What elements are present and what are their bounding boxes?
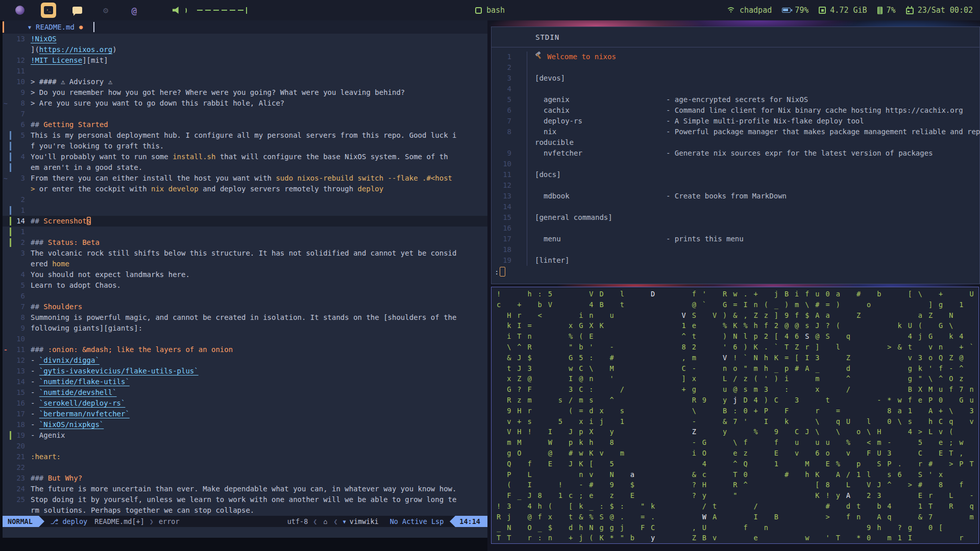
editor-line[interactable]: 13- `gytis-ivaskevicius/flake-utils-plus… (3, 366, 487, 377)
matrix-row: TT r:n +j(K*"b y ZBv e w 'T *0 m1I r Z x… (497, 533, 978, 543)
matrix-row: G?F 3C: / +g u@sm3 : x / BXMuf7n Ix RHc (497, 384, 978, 395)
editor-line[interactable]: 10 (3, 334, 487, 344)
editor-line[interactable]: 21:heart: (3, 452, 487, 462)
editor-line[interactable]: 17- `berberman/nvfetcher` (3, 409, 487, 419)
editor-line[interactable]: 12- `divnix/digga` (3, 355, 487, 366)
matrix-row: Hr < in u VS V)&,Zz]9f$Aa Z aZ N m*TCn[ … (497, 310, 978, 321)
chevron-right-icon: ❯ (150, 517, 154, 525)
matrix-row: Q f E JK[ 5 4 ^Q 1 M E% p SP. r# >PT Z (497, 459, 978, 469)
pager-prompt[interactable]: : (492, 267, 979, 277)
chat-launcher[interactable] (69, 3, 85, 18)
memory-usage: 4.72 GiB (830, 6, 867, 15)
volume-slider-handle[interactable] (246, 7, 247, 14)
matrix-row: !3 4h( [k_:$: "k /t / # dt b4 1T R q ] p… (497, 501, 978, 512)
clock-label: 23/Sat 00:02 (918, 6, 973, 15)
editor-line[interactable]: 4You'll probably want to run some instal… (3, 152, 487, 162)
editor-line[interactable]: 7 (3, 109, 487, 119)
pager-lines[interactable]: 1Welcome to nixos23[devos]45agenix- age-… (492, 47, 979, 266)
filetype-label: vimwiki (350, 517, 379, 525)
neovim-editor-window[interactable]: ▼ README.md ● 13!NixOS](https://nixos.or… (3, 20, 487, 538)
settings-launcher[interactable]: ⚙ (98, 3, 113, 18)
editor-line[interactable]: 2### Status: Beta (3, 237, 487, 248)
taskbar-apps: ›_ ⚙ @ (0, 3, 247, 18)
pager-line: 4 (492, 84, 979, 94)
editor-line[interactable]: > or enter the cockpit with nix develop … (3, 184, 487, 194)
matrix-row: &J$ G5: # ,m V!`NhK=[I3 Z v3oQZ@ wYL 9] … (497, 353, 978, 363)
editor-line[interactable]: 1 (3, 227, 487, 237)
hammer-icon (535, 52, 543, 59)
editor-line[interactable]: 20 (3, 441, 487, 452)
editor-line[interactable]: ~3From there you can either install the … (3, 173, 487, 184)
editor-line[interactable]: rm solutions. Perhaps together we can st… (3, 505, 487, 516)
editor-line[interactable]: 19- Agenix (3, 430, 487, 441)
volume-slider[interactable] (197, 7, 247, 14)
matrix-row: VH! I JpX y Z y % 9 CJ\ \ o\H 4>Lv( ( (497, 427, 978, 437)
editor-line[interactable]: 2 (3, 194, 487, 205)
modified-dot-icon: ● (79, 23, 83, 31)
terminal-pager-window[interactable]: STDIN 1Welcome to nixos23[devos]45agenix… (491, 27, 980, 284)
statusline-clock: 14:14 (455, 516, 487, 527)
matrix-row: v+s 5 xij 1 - &7' I k \ qU l 0\s hCq v c… (497, 416, 978, 427)
editor-line[interactable]: 11 (3, 66, 487, 77)
volume-control[interactable] (173, 7, 247, 14)
editor-line[interactable]: 14## Screenshots (3, 216, 487, 227)
editor-line[interactable]: 6 (3, 291, 487, 302)
editor-line[interactable]: 24The future is more uncertain than ever… (3, 484, 487, 494)
matrix-row: Rzm s/ms ^ R9 yjD4)C 3 t -*wfeP0 Gu L^F (497, 395, 978, 406)
matrix-row: 9Hr (=dx s \ B:0+P F r = 8a1 A+\ 3 _vm (497, 406, 978, 416)
editor-line[interactable]: em aren't in a good state. (3, 162, 487, 173)
editor-line[interactable]: 5This is my personal deployment hub. I c… (3, 130, 487, 141)
terminal-launcher-active[interactable]: ›_ (41, 3, 56, 18)
speaker-wave-icon (183, 7, 187, 14)
matrix-row: _N O_$ dhNggj FC ,U f n 9h ?g 0[ J Tn (497, 522, 978, 533)
gear-icon: ⚙ (103, 5, 108, 15)
editor-line[interactable]: 25Stop doing it by yourself, unless we l… (3, 494, 487, 505)
editor-line[interactable]: 15- `numtide/devshell` (3, 387, 487, 398)
editor-line[interactable]: 1 (3, 205, 487, 216)
editor-line[interactable]: 22 (3, 462, 487, 473)
terminal-icon: ›_ (44, 6, 53, 14)
command-line[interactable] (3, 527, 487, 538)
editor-line[interactable]: ered home (3, 259, 487, 269)
editor-line[interactable]: 6## Getting Started (3, 119, 487, 130)
editor-line[interactable]: 8Summoning is powerful magic, and cannot… (3, 312, 487, 323)
cpu-icon (877, 7, 883, 14)
editor-line[interactable]: -11### :onion: &mdash; like the layers o… (3, 344, 487, 355)
calendar-icon[interactable] (906, 8, 914, 14)
editor-line[interactable]: 9following giants][giants]: (3, 323, 487, 334)
editor-line[interactable]: 16- `serokell/deploy-rs` (3, 398, 487, 409)
chat-icon (72, 7, 82, 14)
editor-line[interactable]: 13!NixOS (3, 34, 487, 44)
editor-line[interactable]: 9> Do you remember how you got here? Whe… (3, 87, 487, 98)
lsp-status: No Active Lsp (390, 517, 444, 525)
editor-line[interactable]: ~8> Are you sure you want to go down thi… (3, 98, 487, 109)
editor-line[interactable]: f you're looking to graft this. (3, 141, 487, 152)
mail-launcher[interactable]: @ (127, 3, 142, 18)
statusline-filename: README.md[+] (94, 517, 144, 525)
wifi-icon[interactable] (726, 7, 736, 14)
character-matrix-window[interactable]: ! h:5 VD l D f' Rw.+ jBifu0a # b [\ + U]… (491, 287, 979, 544)
editor-line[interactable]: ](https://nixos.org) (3, 44, 487, 55)
editor-line[interactable]: 12!MIT License][mit] (3, 55, 487, 66)
editor-line[interactable]: 18- `NixOS/nixpkgs` (3, 419, 487, 430)
tab-readme[interactable]: ▼ README.md ● (3, 22, 94, 32)
editor-lines[interactable]: 13!NixOS](https://nixos.org)12!MIT Licen… (3, 34, 487, 516)
editor-line[interactable]: 7## Shoulders (3, 302, 487, 312)
firefox-launcher[interactable] (12, 3, 28, 18)
git-branch[interactable]: ⎇ deploy (51, 517, 87, 525)
matrix-row: P L nv N a &c T0 # hK A/1l s6 S'x ! A (497, 469, 978, 480)
editor-line[interactable]: 5Learn to adopt Chaos. (3, 280, 487, 291)
pager-line: 19[linter] (492, 255, 979, 266)
editor-line[interactable]: 10> #### ⚠ Advisory ⚠ (3, 77, 487, 87)
pager-line: 10 (492, 159, 979, 169)
editor-line[interactable]: 14- `numtide/flake-utils` (3, 377, 487, 387)
editor-line[interactable]: 3The volcanic rock still shifts below th… (3, 248, 487, 259)
tab-accent-bar (3, 21, 4, 33)
matrix-row: Rj @fx t&%S@. =. WA I B > fn Aq &7 m ] V… (497, 512, 978, 522)
editor-line[interactable]: 23### But Why? (3, 473, 487, 484)
system-status: chadpad 79% 4.72 GiB 7% 23/Sat 00:02 (721, 6, 980, 15)
editor-line[interactable]: 4You should not expect landmarks here. (3, 269, 487, 280)
pager-cursor (500, 267, 505, 277)
pager-line: 17menu- prints this menu (492, 234, 979, 244)
matrix-row: ( I ! -# 9 $ ?H R^ [8 L VJ^ ># 8 f 8 %P (497, 480, 978, 490)
